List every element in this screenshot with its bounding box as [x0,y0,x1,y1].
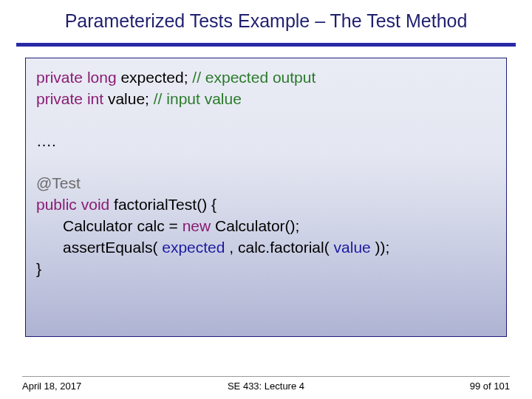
keyword-new: new [183,217,211,234]
keyword-private: private [36,69,83,86]
annotation-test: @Test [36,173,496,194]
field-value-decl: value; [108,90,154,107]
keyword-int: int [87,90,103,107]
slide: Parameterized Tests Example – The Test M… [0,0,532,399]
ident-expected: expected [162,239,225,256]
code-line-method-sig: public void factorialTest() { [36,194,496,216]
assert-end: )); [375,239,390,256]
comment-value: // input value [154,90,242,107]
code-line-new-calc: Calculator calc = new Calculator(); [36,216,496,237]
slide-title: Parameterized Tests Example – The Test M… [0,10,532,32]
assert-a: assertEquals( [63,239,157,256]
keyword-void: void [81,196,110,213]
footer-rule [22,376,510,377]
title-rule [16,43,516,47]
code-line-field-expected: private long expected; // expected outpu… [36,67,496,89]
code-line-ellipsis: …. [36,131,496,152]
field-expected-decl: expected; [120,69,192,86]
assert-mid: , calc.factorial( [229,239,329,256]
comment-expected: // expected output [192,69,316,86]
method-signature: factorialTest() { [114,196,216,213]
blank-line [36,152,496,173]
code-line-close-brace: } [36,259,496,280]
ident-value: value [334,239,371,256]
code-line-field-value: private int value; // input value [36,89,496,110]
code-line-assert: assertEquals( expected , calc.factorial(… [36,237,496,259]
footer-page: 99 of 101 [470,381,510,392]
calc-decl-a: Calculator calc = [63,217,183,234]
footer-center: SE 433: Lecture 4 [0,381,532,392]
blank-line [36,110,496,131]
keyword-public: public [36,196,77,213]
calc-decl-b: Calculator(); [215,217,299,234]
keyword-long: long [87,69,117,86]
code-box: private long expected; // expected outpu… [25,58,507,337]
keyword-private: private [36,90,83,107]
